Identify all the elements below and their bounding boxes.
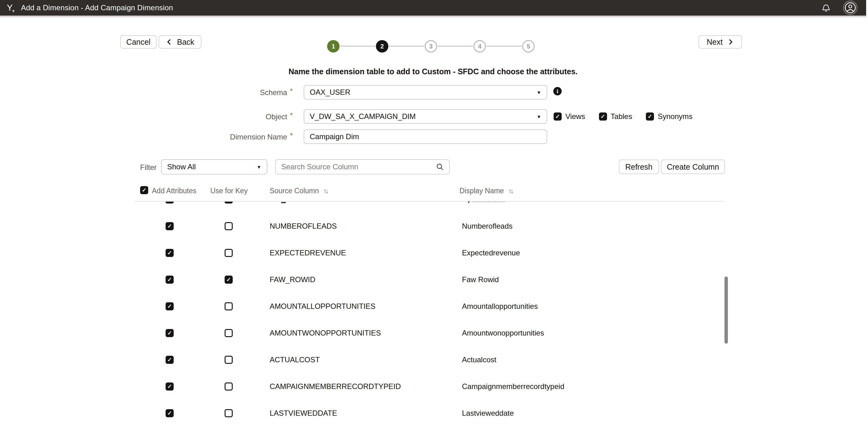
chevron-down-icon: ▼ bbox=[536, 114, 541, 119]
required-asterisk: * bbox=[290, 131, 293, 139]
source-column-cell: EXPECTEDREVENUE bbox=[270, 249, 346, 257]
refresh-button-label: Refresh bbox=[625, 162, 653, 172]
add-attribute-checkbox[interactable] bbox=[165, 382, 174, 391]
display-name-cell: Campaignmemberrecordtypeid bbox=[462, 382, 564, 391]
synonyms-checkbox-item: Synonyms bbox=[646, 112, 692, 121]
required-asterisk: * bbox=[290, 111, 293, 119]
chevron-left-icon bbox=[166, 39, 172, 45]
clipped-row-checkbox-remnant bbox=[225, 202, 233, 204]
table-row: EXPECTEDREVENUE Expectedrevenue bbox=[0, 240, 866, 266]
column-header-display-name[interactable]: Display Name↑↓ bbox=[460, 187, 512, 195]
cancel-button-label: Cancel bbox=[126, 38, 151, 47]
use-for-key-checkbox[interactable] bbox=[225, 276, 233, 284]
source-column-cell: FAW_ROWID bbox=[270, 275, 315, 284]
add-dimension-app-icon: Y+ bbox=[7, 3, 15, 12]
table-row: CAMPAIGNMEMBERRECORDTYPEID Campaignmembe… bbox=[0, 373, 866, 400]
table-header-divider bbox=[134, 201, 724, 202]
object-select[interactable]: V_DW_SA_X_CAMPAIGN_DIM ▼ bbox=[304, 110, 547, 124]
display-name-cell: Amountallopportunities bbox=[462, 302, 538, 311]
table-row: NUMBEROFLEADS Numberofleads bbox=[0, 213, 866, 240]
tables-checkbox[interactable] bbox=[599, 113, 607, 121]
table-row: AMOUNTALLOPPORTUNITIES Amountallopportun… bbox=[0, 293, 866, 320]
create-column-button-label: Create Column bbox=[667, 162, 719, 172]
chevron-down-icon: ▼ bbox=[257, 164, 261, 170]
add-attribute-checkbox[interactable] bbox=[165, 409, 174, 417]
wizard-instruction: Name the dimension table to add to Custo… bbox=[0, 67, 866, 76]
add-attributes-select-all-checkbox[interactable] bbox=[140, 186, 148, 194]
info-icon[interactable]: i bbox=[553, 87, 562, 95]
sort-icon[interactable]: ↑↓ bbox=[323, 187, 328, 194]
stepper-connector bbox=[340, 46, 375, 47]
chevron-right-icon bbox=[727, 39, 734, 45]
step-4[interactable]: 4 bbox=[473, 40, 486, 53]
step-3[interactable]: 3 bbox=[425, 40, 437, 53]
chevron-down-icon: ▼ bbox=[536, 90, 541, 95]
next-button-label: Next bbox=[707, 38, 723, 47]
required-asterisk: * bbox=[290, 87, 293, 95]
notifications-bell-icon[interactable] bbox=[821, 3, 831, 13]
source-column-cell: AMOUNTWONOPPORTUNITIES bbox=[270, 329, 381, 337]
views-checkbox-item: Views bbox=[554, 112, 585, 121]
table-body: NUMBEROFLEADS Numberofleads EXPECTEDREVE… bbox=[0, 213, 866, 427]
filter-select[interactable]: Show All ▼ bbox=[161, 159, 267, 174]
step-2[interactable]: 2 bbox=[376, 40, 388, 53]
sort-icon[interactable]: ↑↓ bbox=[508, 187, 512, 194]
table-scrollbar-thumb[interactable] bbox=[724, 277, 728, 344]
search-input[interactable] bbox=[281, 160, 436, 173]
search-icon[interactable] bbox=[436, 162, 444, 171]
step-5[interactable]: 5 bbox=[522, 40, 535, 53]
filter-select-value: Show All bbox=[167, 162, 196, 171]
create-column-button[interactable]: Create Column bbox=[661, 160, 725, 174]
user-avatar[interactable] bbox=[843, 1, 858, 15]
refresh-button[interactable]: Refresh bbox=[619, 160, 659, 174]
schema-label: Schema* bbox=[159, 88, 293, 97]
add-attribute-checkbox[interactable] bbox=[165, 302, 174, 310]
display-name-cell: Lastvieweddate bbox=[462, 409, 514, 418]
object-type-filters: Views Tables Synonyms bbox=[554, 110, 692, 124]
dimension-name-input[interactable] bbox=[304, 129, 547, 144]
add-attribute-checkbox[interactable] bbox=[165, 356, 174, 364]
tables-checkbox-label: Tables bbox=[611, 112, 632, 121]
table-row: ACTUALCOST Actualcost bbox=[0, 346, 866, 373]
source-column-cell: AMOUNTALLOPPORTUNITIES bbox=[270, 302, 376, 311]
use-for-key-checkbox[interactable] bbox=[225, 249, 233, 257]
back-button[interactable]: Back bbox=[159, 35, 201, 49]
tables-checkbox-item: Tables bbox=[599, 112, 632, 121]
page-title: Add a Dimension - Add Campaign Dimension bbox=[21, 3, 173, 12]
display-name-cell: Amountwonopportunities bbox=[462, 329, 544, 337]
object-label: Object* bbox=[159, 113, 293, 121]
display-name-cell: Numberofleads bbox=[462, 222, 513, 231]
source-column-cell: CAMPAIGNMEMBERRECORDTYPEID bbox=[270, 382, 401, 391]
column-header-source-column[interactable]: Source Column↑↓ bbox=[270, 187, 328, 195]
add-attribute-checkbox[interactable] bbox=[165, 222, 174, 230]
display-name-cell: Faw Rowid bbox=[462, 275, 499, 284]
step-1[interactable]: 1 bbox=[327, 40, 340, 53]
add-attribute-checkbox[interactable] bbox=[165, 329, 174, 337]
display-name-cell: Actualcost bbox=[462, 356, 496, 364]
views-checkbox-label: Views bbox=[565, 112, 585, 121]
display-name-cell: Expectedrevenue bbox=[462, 249, 520, 257]
use-for-key-checkbox[interactable] bbox=[225, 356, 233, 364]
schema-select-value: OAX_USER bbox=[310, 88, 350, 97]
cancel-button[interactable]: Cancel bbox=[120, 35, 157, 49]
use-for-key-checkbox[interactable] bbox=[225, 382, 233, 391]
views-checkbox[interactable] bbox=[554, 113, 562, 121]
source-column-cell: LASTVIEWEDDATE bbox=[270, 409, 337, 418]
column-header-use-for-key: Use for Key bbox=[210, 187, 248, 195]
synonyms-checkbox[interactable] bbox=[646, 113, 654, 121]
next-button[interactable]: Next bbox=[699, 35, 742, 49]
source-column-cell: ACTUALCOST bbox=[270, 356, 320, 364]
schema-select[interactable]: OAX_USER ▼ bbox=[304, 85, 547, 99]
use-for-key-checkbox[interactable] bbox=[225, 329, 233, 337]
use-for-key-checkbox[interactable] bbox=[225, 222, 233, 230]
stepper-connector bbox=[487, 46, 522, 47]
stepper-connector bbox=[438, 46, 473, 47]
use-for-key-checkbox[interactable] bbox=[225, 302, 233, 310]
use-for-key-checkbox[interactable] bbox=[225, 409, 233, 417]
table-row: AMOUNTWONOPPORTUNITIES Amountwonopportun… bbox=[0, 320, 866, 346]
filter-label: Filter bbox=[140, 163, 157, 172]
synonyms-checkbox-label: Synonyms bbox=[658, 112, 692, 121]
add-attribute-checkbox[interactable] bbox=[165, 276, 174, 284]
column-header-add-attributes: Add Attributes bbox=[152, 187, 196, 195]
add-attribute-checkbox[interactable] bbox=[165, 249, 174, 257]
